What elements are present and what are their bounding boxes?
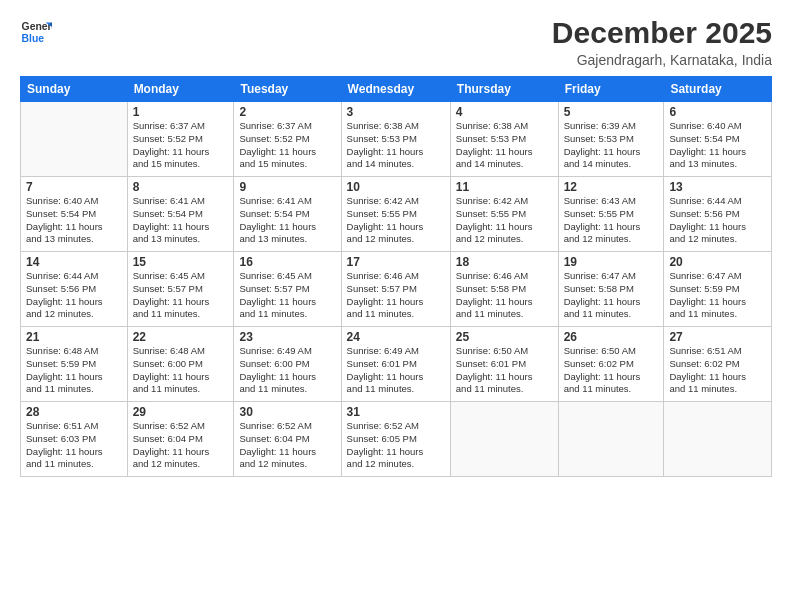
table-row: 4Sunrise: 6:38 AM Sunset: 5:53 PM Daylig… (450, 102, 558, 177)
day-number: 3 (347, 105, 445, 119)
day-info: Sunrise: 6:52 AM Sunset: 6:05 PM Dayligh… (347, 420, 445, 471)
day-info: Sunrise: 6:45 AM Sunset: 5:57 PM Dayligh… (133, 270, 229, 321)
day-number: 9 (239, 180, 335, 194)
table-row: 15Sunrise: 6:45 AM Sunset: 5:57 PM Dayli… (127, 252, 234, 327)
table-row: 2Sunrise: 6:37 AM Sunset: 5:52 PM Daylig… (234, 102, 341, 177)
table-row: 20Sunrise: 6:47 AM Sunset: 5:59 PM Dayli… (664, 252, 772, 327)
table-row: 11Sunrise: 6:42 AM Sunset: 5:55 PM Dayli… (450, 177, 558, 252)
day-info: Sunrise: 6:48 AM Sunset: 5:59 PM Dayligh… (26, 345, 122, 396)
day-info: Sunrise: 6:41 AM Sunset: 5:54 PM Dayligh… (133, 195, 229, 246)
day-number: 26 (564, 330, 659, 344)
day-number: 10 (347, 180, 445, 194)
table-row: 1Sunrise: 6:37 AM Sunset: 5:52 PM Daylig… (127, 102, 234, 177)
table-row: 14Sunrise: 6:44 AM Sunset: 5:56 PM Dayli… (21, 252, 128, 327)
day-number: 14 (26, 255, 122, 269)
logo-icon: General Blue (20, 16, 52, 48)
day-info: Sunrise: 6:42 AM Sunset: 5:55 PM Dayligh… (456, 195, 553, 246)
day-info: Sunrise: 6:52 AM Sunset: 6:04 PM Dayligh… (239, 420, 335, 471)
calendar-table: Sunday Monday Tuesday Wednesday Thursday… (20, 76, 772, 477)
day-number: 17 (347, 255, 445, 269)
day-info: Sunrise: 6:48 AM Sunset: 6:00 PM Dayligh… (133, 345, 229, 396)
calendar-week-2: 7Sunrise: 6:40 AM Sunset: 5:54 PM Daylig… (21, 177, 772, 252)
table-row: 3Sunrise: 6:38 AM Sunset: 5:53 PM Daylig… (341, 102, 450, 177)
table-row: 30Sunrise: 6:52 AM Sunset: 6:04 PM Dayli… (234, 402, 341, 477)
day-info: Sunrise: 6:39 AM Sunset: 5:53 PM Dayligh… (564, 120, 659, 171)
table-row (558, 402, 664, 477)
logo: General Blue (20, 16, 52, 48)
table-row (664, 402, 772, 477)
table-row: 29Sunrise: 6:52 AM Sunset: 6:04 PM Dayli… (127, 402, 234, 477)
day-number: 16 (239, 255, 335, 269)
table-row: 28Sunrise: 6:51 AM Sunset: 6:03 PM Dayli… (21, 402, 128, 477)
day-info: Sunrise: 6:44 AM Sunset: 5:56 PM Dayligh… (26, 270, 122, 321)
day-info: Sunrise: 6:46 AM Sunset: 5:58 PM Dayligh… (456, 270, 553, 321)
day-info: Sunrise: 6:40 AM Sunset: 5:54 PM Dayligh… (26, 195, 122, 246)
day-number: 5 (564, 105, 659, 119)
header: General Blue December 2025 Gajendragarh,… (20, 16, 772, 68)
day-number: 21 (26, 330, 122, 344)
day-number: 29 (133, 405, 229, 419)
day-info: Sunrise: 6:49 AM Sunset: 6:01 PM Dayligh… (347, 345, 445, 396)
col-wednesday: Wednesday (341, 77, 450, 102)
title-block: December 2025 Gajendragarh, Karnataka, I… (552, 16, 772, 68)
day-info: Sunrise: 6:51 AM Sunset: 6:03 PM Dayligh… (26, 420, 122, 471)
table-row: 9Sunrise: 6:41 AM Sunset: 5:54 PM Daylig… (234, 177, 341, 252)
day-number: 23 (239, 330, 335, 344)
table-row: 27Sunrise: 6:51 AM Sunset: 6:02 PM Dayli… (664, 327, 772, 402)
day-info: Sunrise: 6:45 AM Sunset: 5:57 PM Dayligh… (239, 270, 335, 321)
day-number: 27 (669, 330, 766, 344)
day-info: Sunrise: 6:47 AM Sunset: 5:58 PM Dayligh… (564, 270, 659, 321)
calendar-week-5: 28Sunrise: 6:51 AM Sunset: 6:03 PM Dayli… (21, 402, 772, 477)
day-info: Sunrise: 6:37 AM Sunset: 5:52 PM Dayligh… (239, 120, 335, 171)
day-number: 8 (133, 180, 229, 194)
table-row: 25Sunrise: 6:50 AM Sunset: 6:01 PM Dayli… (450, 327, 558, 402)
day-number: 13 (669, 180, 766, 194)
day-number: 28 (26, 405, 122, 419)
table-row: 17Sunrise: 6:46 AM Sunset: 5:57 PM Dayli… (341, 252, 450, 327)
table-row: 16Sunrise: 6:45 AM Sunset: 5:57 PM Dayli… (234, 252, 341, 327)
day-number: 12 (564, 180, 659, 194)
table-row: 24Sunrise: 6:49 AM Sunset: 6:01 PM Dayli… (341, 327, 450, 402)
calendar-week-1: 1Sunrise: 6:37 AM Sunset: 5:52 PM Daylig… (21, 102, 772, 177)
day-info: Sunrise: 6:44 AM Sunset: 5:56 PM Dayligh… (669, 195, 766, 246)
col-sunday: Sunday (21, 77, 128, 102)
day-number: 31 (347, 405, 445, 419)
day-info: Sunrise: 6:50 AM Sunset: 6:01 PM Dayligh… (456, 345, 553, 396)
table-row: 23Sunrise: 6:49 AM Sunset: 6:00 PM Dayli… (234, 327, 341, 402)
day-number: 15 (133, 255, 229, 269)
day-number: 25 (456, 330, 553, 344)
day-number: 20 (669, 255, 766, 269)
day-info: Sunrise: 6:49 AM Sunset: 6:00 PM Dayligh… (239, 345, 335, 396)
calendar-week-4: 21Sunrise: 6:48 AM Sunset: 5:59 PM Dayli… (21, 327, 772, 402)
day-info: Sunrise: 6:43 AM Sunset: 5:55 PM Dayligh… (564, 195, 659, 246)
table-row: 31Sunrise: 6:52 AM Sunset: 6:05 PM Dayli… (341, 402, 450, 477)
table-row: 19Sunrise: 6:47 AM Sunset: 5:58 PM Dayli… (558, 252, 664, 327)
day-info: Sunrise: 6:50 AM Sunset: 6:02 PM Dayligh… (564, 345, 659, 396)
table-row: 7Sunrise: 6:40 AM Sunset: 5:54 PM Daylig… (21, 177, 128, 252)
day-info: Sunrise: 6:47 AM Sunset: 5:59 PM Dayligh… (669, 270, 766, 321)
day-number: 24 (347, 330, 445, 344)
day-number: 7 (26, 180, 122, 194)
day-info: Sunrise: 6:41 AM Sunset: 5:54 PM Dayligh… (239, 195, 335, 246)
day-number: 11 (456, 180, 553, 194)
day-number: 18 (456, 255, 553, 269)
col-thursday: Thursday (450, 77, 558, 102)
day-number: 6 (669, 105, 766, 119)
day-info: Sunrise: 6:42 AM Sunset: 5:55 PM Dayligh… (347, 195, 445, 246)
day-number: 19 (564, 255, 659, 269)
table-row: 22Sunrise: 6:48 AM Sunset: 6:00 PM Dayli… (127, 327, 234, 402)
header-row: Sunday Monday Tuesday Wednesday Thursday… (21, 77, 772, 102)
table-row: 18Sunrise: 6:46 AM Sunset: 5:58 PM Dayli… (450, 252, 558, 327)
table-row (450, 402, 558, 477)
col-tuesday: Tuesday (234, 77, 341, 102)
col-friday: Friday (558, 77, 664, 102)
day-info: Sunrise: 6:52 AM Sunset: 6:04 PM Dayligh… (133, 420, 229, 471)
day-info: Sunrise: 6:51 AM Sunset: 6:02 PM Dayligh… (669, 345, 766, 396)
col-monday: Monday (127, 77, 234, 102)
day-info: Sunrise: 6:37 AM Sunset: 5:52 PM Dayligh… (133, 120, 229, 171)
table-row: 8Sunrise: 6:41 AM Sunset: 5:54 PM Daylig… (127, 177, 234, 252)
table-row: 6Sunrise: 6:40 AM Sunset: 5:54 PM Daylig… (664, 102, 772, 177)
table-row (21, 102, 128, 177)
table-row: 26Sunrise: 6:50 AM Sunset: 6:02 PM Dayli… (558, 327, 664, 402)
day-info: Sunrise: 6:38 AM Sunset: 5:53 PM Dayligh… (347, 120, 445, 171)
